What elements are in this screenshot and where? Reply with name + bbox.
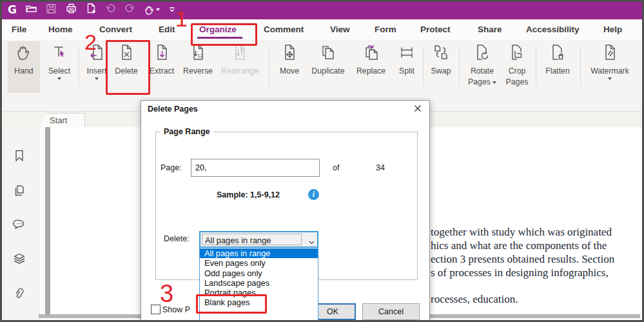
navigation-sidebar: [0, 126, 39, 322]
move-page-icon: [280, 43, 299, 65]
option-blank-pages[interactable]: Blank pages: [200, 297, 318, 307]
flatten-button[interactable]: Flatten: [542, 43, 574, 93]
tab-comment[interactable]: Comment: [264, 25, 304, 34]
ribbon-separator: [459, 46, 460, 86]
close-icon[interactable]: [414, 105, 422, 114]
touch-tool-icon[interactable]: [144, 5, 160, 15]
delete-mode-dropdown-list: All pages in range Even pages only Odd p…: [199, 248, 318, 322]
select-button[interactable]: Select: [43, 43, 76, 93]
attachments-panel-icon[interactable]: [12, 286, 26, 303]
foxit-pdf-editor-window: G File Home Convert Edit Organize Commen…: [0, 0, 644, 322]
rotate-pages-button[interactable]: Rotate Pages: [465, 43, 500, 93]
show-preview-label: Show P: [162, 305, 190, 314]
menu-tab-bar: File Home Convert Edit Organize Comment …: [0, 19, 644, 41]
page-edge-strip: [45, 127, 50, 315]
layers-panel-icon[interactable]: [12, 252, 26, 268]
extract-button[interactable]: Extract: [146, 43, 178, 93]
tab-view[interactable]: View: [330, 25, 350, 34]
option-portrait-pages[interactable]: Portrait pages: [200, 288, 318, 297]
touch-tool-caret-icon: [156, 8, 160, 11]
duplicate-button[interactable]: Duplicate: [308, 43, 348, 93]
chevron-down-icon[interactable]: [309, 237, 315, 247]
page-range-label: Page Range: [161, 127, 213, 136]
tab-share[interactable]: Share: [478, 25, 502, 34]
bookmarks-panel-icon[interactable]: [12, 148, 26, 165]
new-page-icon[interactable]: [86, 3, 97, 17]
ribbon-separator: [79, 46, 79, 86]
foxit-logo-icon: G: [8, 3, 17, 16]
reverse-page-icon: 12: [188, 43, 208, 65]
delete-button[interactable]: Delete: [110, 43, 143, 93]
document-text-line: hics and what are the components of the: [431, 239, 607, 252]
document-text-line: ection 3 presents obtained results. Sect…: [431, 253, 614, 266]
comments-panel-icon[interactable]: [12, 217, 26, 234]
crop-pages-icon: [507, 43, 527, 65]
tab-form[interactable]: Form: [375, 25, 396, 34]
title-bar: G: [0, 0, 644, 19]
crop-pages-button[interactable]: Crop Pages: [503, 43, 531, 93]
replace-page-icon: [362, 43, 381, 65]
option-odd-pages-only[interactable]: Odd pages only: [200, 268, 318, 278]
extract-page-icon: [152, 43, 171, 65]
rotate-pages-caret-icon: [493, 81, 496, 84]
hand-icon: [14, 43, 34, 65]
option-all-pages-in-range[interactable]: All pages in range: [200, 248, 318, 258]
tab-accessibility[interactable]: Accessibility: [526, 25, 580, 34]
tab-help[interactable]: Help: [603, 25, 622, 34]
ribbon-separator: [423, 46, 424, 86]
open-file-icon[interactable]: [25, 3, 37, 17]
split-button[interactable]: Split: [394, 43, 420, 93]
option-landscape-pages[interactable]: Landscape pages: [200, 278, 318, 288]
watermark-icon: [600, 43, 620, 65]
ribbon-separator: [536, 46, 536, 86]
pages-panel-icon[interactable]: [12, 183, 26, 200]
option-even-pages-only[interactable]: Even pages only: [200, 258, 318, 268]
customize-toolbar-icon[interactable]: [168, 4, 176, 15]
ribbon-separator: [580, 46, 581, 86]
select-icon: [50, 43, 69, 65]
cancel-button[interactable]: Cancel: [362, 303, 420, 320]
replace-button[interactable]: Replace: [353, 43, 389, 93]
tab-convert[interactable]: Convert: [99, 25, 132, 34]
swap-button[interactable]: Swap: [426, 43, 456, 93]
save-icon[interactable]: [46, 3, 57, 17]
page-label: Page:: [161, 163, 182, 172]
start-tab[interactable]: Start: [40, 113, 85, 127]
document-text-line: together with study which was originated: [431, 226, 612, 239]
split-icon: [397, 43, 416, 65]
insert-button[interactable]: Insert: [83, 43, 111, 93]
delete-mode-label: Delete:: [164, 234, 190, 243]
svg-text:12: 12: [197, 53, 203, 59]
delete-mode-combobox[interactable]: All pages in range: [199, 231, 318, 248]
tab-home[interactable]: Home: [48, 25, 73, 34]
info-icon[interactable]: i: [308, 189, 319, 200]
flatten-icon: [548, 43, 567, 65]
ribbon-separator: [269, 46, 269, 86]
page-range-input[interactable]: [191, 159, 320, 177]
document-text-line: rocesses, education.: [431, 293, 518, 306]
tab-edit[interactable]: Edit: [159, 25, 175, 34]
show-preview-checkbox[interactable]: [151, 305, 161, 314]
undo-icon[interactable]: [105, 3, 116, 16]
tab-file[interactable]: File: [12, 25, 26, 34]
document-text-line: s of processes in designing infographics…: [431, 267, 609, 279]
dialog-title: Delete Pages: [148, 105, 198, 114]
swap-icon: [431, 43, 451, 65]
watermark-button[interactable]: Watermark: [586, 43, 634, 93]
rearrange-page-icon: [230, 43, 249, 65]
duplicate-page-icon: [318, 43, 338, 65]
reverse-button[interactable]: 12 Reverse: [181, 43, 215, 93]
redo-icon[interactable]: [124, 3, 135, 16]
insert-caret-icon: [95, 77, 99, 80]
combobox-value: All pages in range: [202, 234, 302, 245]
tab-protect[interactable]: Protect: [420, 25, 451, 34]
organize-tab-underline: [197, 37, 242, 39]
delete-page-icon: [117, 43, 136, 65]
select-caret-icon: [57, 77, 61, 80]
hand-button[interactable]: Hand: [8, 43, 40, 93]
tab-organize[interactable]: Organize: [199, 25, 237, 34]
print-icon[interactable]: [65, 3, 77, 17]
rearrange-button: Rearrange: [219, 43, 260, 93]
delete-pages-dialog: Delete Pages Page Range Page: of 34 Samp…: [141, 100, 430, 322]
move-button[interactable]: Move: [275, 43, 304, 93]
